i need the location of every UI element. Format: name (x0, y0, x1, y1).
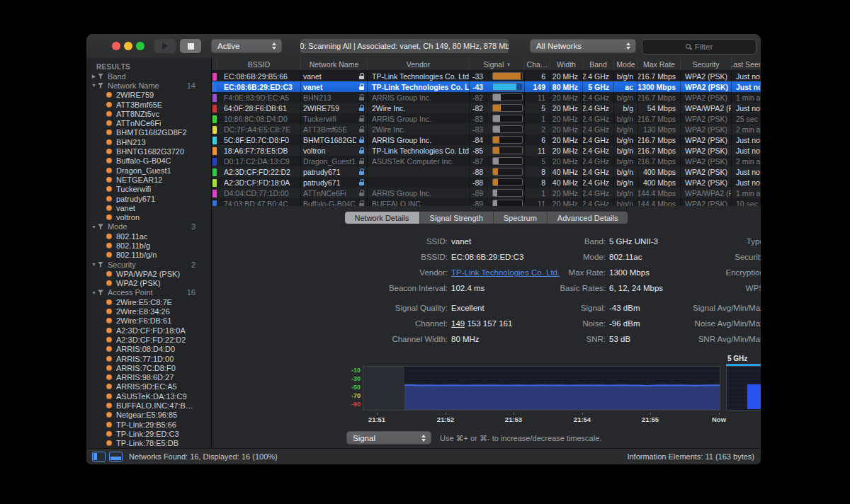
sidebar-item-2wire759[interactable]: 2WIRE759 (86, 91, 211, 100)
sidebar-item-voltron[interactable]: voltron (86, 212, 211, 222)
sidebar-group-access-point[interactable]: ▼Access Point16 (86, 288, 211, 297)
column-header-Max Rate[interactable]: Max Rate (638, 58, 681, 70)
sidebar-item-802-11b-g[interactable]: 802.11b/g (86, 241, 211, 250)
lock-icon (359, 118, 364, 122)
sidebar-group-mode[interactable]: ▼Mode3 (86, 222, 211, 231)
toggle-sidebar-button[interactable] (92, 452, 106, 462)
disclosure-open-icon[interactable]: ▼ (90, 290, 98, 295)
row-color-strip-swatch (212, 115, 217, 123)
disclosure-open-icon[interactable]: ▼ (90, 83, 98, 88)
column-header-Vendor[interactable]: Vendor (368, 58, 470, 70)
tab-network-details[interactable]: Network Details (345, 212, 420, 224)
zoom-window-button[interactable] (136, 42, 144, 50)
column-header-strip[interactable] (212, 58, 217, 70)
sidebar-item-a2-3d-cf-fd-18-0a[interactable]: A2:3D:CF:FD:18:0A (86, 326, 211, 335)
table-row[interactable]: 18:A6:F7:78:E5:DBvoltronTP-Link Technolo… (212, 145, 761, 156)
minimize-window-button[interactable] (124, 42, 132, 50)
table-row[interactable]: F4:0E:83:9D:EC:A5BHN213ARRIS Group Inc.-… (212, 92, 761, 103)
signal-bar-track (492, 104, 523, 112)
sidebar-item-802-11ac[interactable]: 802.11ac (86, 231, 211, 241)
cell-mode: b/g/n (614, 124, 638, 134)
sidebar-item-attnnce6fi[interactable]: ATTnNCe6Fi (86, 118, 211, 127)
sidebar-item-vanet[interactable]: vanet (86, 203, 211, 212)
disclosure-closed-icon[interactable]: ▶ (90, 74, 98, 79)
sidebar-item-label: ARRIS:77:1D:00 (116, 355, 174, 363)
table-row[interactable]: DC:7F:A4:E5:C8:7EATT3Bmf65E2Wire Inc.-83… (212, 124, 761, 134)
sidebar-item-arris-98-6d-27[interactable]: ARRIS:98:6D:27 (86, 373, 211, 382)
sidebar-item-netgear-e5-96-85[interactable]: Netgear:E5:96:85 (86, 411, 211, 420)
row-color-strip (212, 71, 217, 81)
sidebar-item-2wire-e8-34-26[interactable]: 2Wire:E8:34:26 (86, 307, 211, 316)
sidebar-item-2wire-f6-db-61[interactable]: 2Wire:F6:DB:61 (86, 316, 211, 326)
sidebar-item-tp-link-78-e5-db[interactable]: TP-Link:78:E5:DB (86, 439, 211, 448)
network-filter-dropdown[interactable]: All Networks (530, 39, 636, 53)
sidebar-item-bhntg1682g3720[interactable]: BHNTG1682G3720 (86, 147, 211, 156)
sidebar-item-tp-link-29-b5-66[interactable]: TP-Link:29:B5:66 (86, 420, 211, 429)
table-header: BSSIDNetwork NameVendorSignal∨Cha…WidthB… (212, 58, 761, 71)
table-row[interactable]: EC:08:6B:29:B5:66vanetTP-Link Technologi… (212, 71, 761, 81)
sidebar-group-band[interactable]: ▶Band (86, 71, 211, 81)
column-header-Mode[interactable]: Mode (614, 58, 638, 70)
sidebar-item-bhmtg1682gd8f2[interactable]: BHMTG1682GD8F2 (86, 128, 211, 137)
table-row[interactable]: A2:3D:CF:FD:18:0Apatrudy671-88840 MHz2.4… (212, 177, 761, 188)
sidebar-item-asustek-da-13-c9[interactable]: ASUSTeK:DA:13:C9 (86, 391, 211, 401)
tab-advanced-details[interactable]: Advanced Details (548, 212, 628, 224)
sidebar-item-arris-7c-d8-f0[interactable]: ARRIS:7C:D8:F0 (86, 363, 211, 372)
filter-search-input[interactable]: Filter (642, 39, 756, 55)
sidebar-item-a2-3d-cf-fd-22-d2[interactable]: A2:3D:CF:FD:22:D2 (86, 335, 211, 344)
sidebar-item-wpa2-psk-[interactable]: WPA2 (PSK) (86, 279, 211, 288)
table-row[interactable]: 74:03:BD:47:B0:4CBuffalo-G-B04CBUFFALO.I… (212, 198, 761, 206)
signal-history-svg (363, 367, 720, 410)
table-row[interactable]: D0:17:C2:DA:13:C9Dragon_Guest1ASUSTeK Co… (212, 156, 761, 166)
sidebar-item-att3bmf65e[interactable]: ATT3Bmf65E (86, 100, 211, 109)
sidebar-item-arris-77-1d-00[interactable]: ARRIS:77:1D:00 (86, 354, 211, 363)
tab-signal-strength[interactable]: Signal Strength (420, 212, 494, 224)
disclosure-open-icon[interactable]: ▼ (90, 262, 98, 267)
status-bar: Networks Found: 16, Displayed: 16 (100%)… (86, 448, 761, 464)
stop-scan-button[interactable] (180, 39, 201, 53)
sidebar-item-dragon-guest1[interactable]: Dragon_Guest1 (86, 166, 211, 175)
scan-mode-dropdown[interactable]: Active (211, 39, 282, 53)
toggle-details-button[interactable] (109, 452, 123, 462)
disclosure-open-icon[interactable]: ▼ (90, 224, 98, 229)
table-row[interactable]: 10:86:8C:08:D4:D0TuckerwifiARRIS Group I… (212, 113, 761, 124)
sidebar-item-2wire-e5-c8-7e[interactable]: 2Wire:E5:C8:7E (86, 297, 211, 307)
row-color-strip (212, 145, 217, 156)
column-header-Band[interactable]: Band (583, 58, 614, 70)
start-scan-button[interactable] (154, 39, 176, 53)
column-header-BSSID[interactable]: BSSID (217, 58, 301, 70)
sidebar-item-arris-08-d4-d0[interactable]: ARRIS:08:D4:D0 (86, 345, 211, 354)
cell-max-rate: 400 Mbps (638, 166, 681, 177)
sidebar-item-bhn213[interactable]: BHN213 (86, 137, 211, 147)
column-header-Width[interactable]: Width (550, 58, 583, 70)
table-row[interactable]: EC:08:6B:29:ED:C3vanetTP-Link Technologi… (212, 81, 761, 92)
close-window-button[interactable] (112, 42, 120, 50)
column-header-Security[interactable]: Security (681, 58, 732, 70)
table-row[interactable]: D4:04:CD:77:1D:00ATTnNCe6FiARRIS Group I… (212, 188, 761, 198)
sidebar-item-buffalo-g-b04c[interactable]: Buffalo-G-B04C (86, 156, 211, 166)
column-header-Network Name[interactable]: Network Name (301, 58, 368, 70)
sidebar-group-security[interactable]: ▼Security2 (86, 260, 211, 269)
cell-signal-value: -89 (470, 188, 491, 198)
column-header-Last Seen[interactable]: Last Seen (732, 58, 760, 70)
sidebar-item-buffalo-inc-47-b-[interactable]: BUFFALO.INC:47:B… (86, 401, 211, 410)
chart-metric-dropdown[interactable]: Signal (346, 431, 431, 445)
table-row[interactable]: A2:3D:CF:FD:22:D2patrudy671-88840 MHz2.4… (212, 166, 761, 177)
sidebar-item-802-11b-g-n[interactable]: 802.11b/g/n (86, 251, 211, 260)
sidebar-item-tp-link-29-ed-c3[interactable]: TP-Link:29:ED:C3 (86, 429, 211, 438)
table-row[interactable]: 64:0F:28:F6:DB:612WIRE7592Wire Inc.-8252… (212, 103, 761, 113)
sidebar-item-patrudy671[interactable]: patrudy671 (86, 194, 211, 203)
column-header-Cha…[interactable]: Cha… (525, 58, 550, 70)
tab-spectrum[interactable]: Spectrum (494, 212, 548, 224)
row-color-strip (212, 166, 217, 177)
sidebar-item-att8nzt5vc[interactable]: ATT8NZt5vc (86, 109, 211, 118)
sidebar-item-netgear12[interactable]: NETGEAR12 (86, 175, 211, 184)
sidebar-item-arris-9d-ec-a5[interactable]: ARRIS:9D:EC:A5 (86, 382, 211, 391)
sidebar-item-tuckerwifi[interactable]: Tuckerwifi (86, 185, 211, 194)
sidebar-item-wpa-wpa2-psk-[interactable]: WPA/WPA2 (PSK) (86, 269, 211, 278)
sidebar-group-network-name[interactable]: ▼Network Name14 (86, 81, 211, 90)
cell-lock (356, 81, 368, 92)
table-row[interactable]: 5C:8F:E0:7C:D8:F0BHMTG1682GD8F2ARRIS Gro… (212, 134, 761, 145)
filter-color-dot-icon (106, 337, 112, 343)
column-header-Signal[interactable]: Signal∨ (470, 58, 525, 70)
